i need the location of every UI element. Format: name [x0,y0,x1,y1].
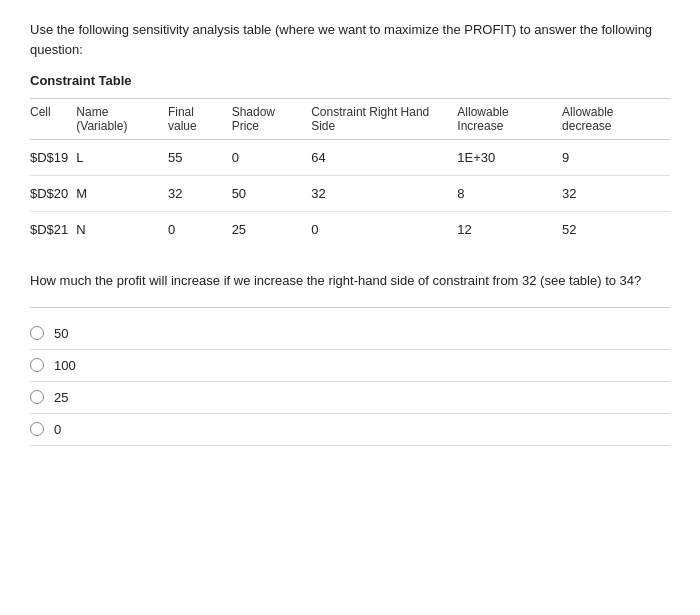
radio-100 [30,358,44,372]
option-label-0: 0 [54,422,61,437]
cell-constraint_rhs: 32 [311,176,457,212]
col-header-shadow-price: Shadow Price [232,99,312,140]
constraint-table: Cell Name (Variable) Final value Shadow … [30,98,670,247]
table-row: $D$19L550641E+309 [30,140,670,176]
col-header-name: Name (Variable) [76,99,168,140]
option-row-50[interactable]: 50 [30,318,670,350]
cell-cell: $D$21 [30,212,76,248]
option-label-25: 25 [54,390,68,405]
option-row-100[interactable]: 100 [30,350,670,382]
option-row-0[interactable]: 0 [30,414,670,446]
cell-final_value: 32 [168,176,232,212]
cell-shadow_price: 25 [232,212,312,248]
cell-constraint_rhs: 0 [311,212,457,248]
intro-text: Use the following sensitivity analysis t… [30,20,670,59]
col-header-allowable-decrease: Allowable decrease [562,99,670,140]
col-header-allowable-increase: Allowable Increase [457,99,562,140]
option-row-25[interactable]: 25 [30,382,670,414]
cell-final_value: 0 [168,212,232,248]
radio-25 [30,390,44,404]
divider-top [30,307,670,308]
cell-name: M [76,176,168,212]
option-label-100: 100 [54,358,76,373]
table-row: $D$21N02501252 [30,212,670,248]
cell-shadow_price: 0 [232,140,312,176]
col-header-cell: Cell [30,99,76,140]
radio-50 [30,326,44,340]
cell-allowable_decrease: 32 [562,176,670,212]
cell-allowable_decrease: 52 [562,212,670,248]
col-header-constraint-rhs: Constraint Right Hand Side [311,99,457,140]
cell-name: L [76,140,168,176]
question-text: How much the profit will increase if we … [30,267,670,291]
table-row: $D$20M325032832 [30,176,670,212]
options-container: 50100250 [30,318,670,446]
cell-allowable_increase: 8 [457,176,562,212]
cell-name: N [76,212,168,248]
cell-cell: $D$20 [30,176,76,212]
option-label-50: 50 [54,326,68,341]
cell-final_value: 55 [168,140,232,176]
cell-shadow_price: 50 [232,176,312,212]
table-title: Constraint Table [30,73,670,88]
cell-constraint_rhs: 64 [311,140,457,176]
cell-allowable_increase: 1E+30 [457,140,562,176]
cell-allowable_increase: 12 [457,212,562,248]
radio-0 [30,422,44,436]
cell-allowable_decrease: 9 [562,140,670,176]
cell-cell: $D$19 [30,140,76,176]
col-header-final-value: Final value [168,99,232,140]
